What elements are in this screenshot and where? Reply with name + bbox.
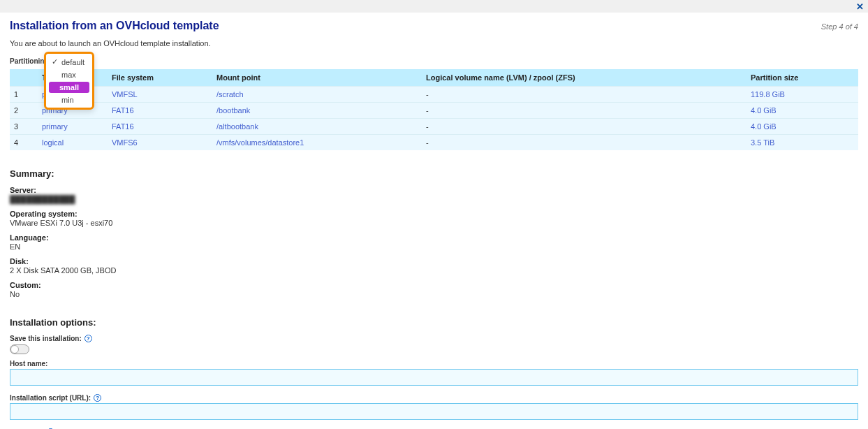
save-installation-label: Save this installation:	[10, 335, 82, 342]
table-header-row: Type File system Mount point Logical vol…	[10, 69, 858, 87]
cell-mount: /altbootbank	[212, 119, 422, 135]
cell-type: logical	[38, 135, 108, 151]
cell-fs: VMFSL	[108, 87, 212, 103]
lang-label: Language:	[10, 233, 858, 242]
step-indicator: Step 4 of 4	[821, 22, 858, 31]
cell-fs: VMFS6	[108, 135, 212, 151]
cell-mount: /bootbank	[212, 103, 422, 119]
custom-value: No	[10, 290, 20, 298]
custom-label: Custom:	[10, 281, 858, 289]
cell-lvm: -	[422, 103, 746, 119]
cell-idx: 2	[10, 103, 38, 119]
page-title: Installation from an OVHcloud template	[10, 20, 219, 32]
scheme-option-label: min	[61, 96, 74, 104]
col-lvm: Logical volume name (LVM) / zpool (ZFS)	[422, 69, 746, 87]
save-installation-toggle[interactable]	[10, 344, 29, 354]
help-icon[interactable]: ?	[84, 335, 92, 342]
server-label: Server:	[10, 186, 858, 194]
check-icon: ✓	[52, 57, 61, 66]
cell-size: 3.5 TiB	[746, 135, 858, 151]
intro-text: You are about to launch an OVHcloud temp…	[10, 39, 858, 48]
cell-type: primary	[38, 119, 108, 135]
partitioning-scheme-dropdown[interactable]: ✓ default max small min	[44, 52, 94, 110]
cell-lvm: -	[422, 119, 746, 135]
col-fs: File system	[108, 69, 212, 87]
table-row: 4 logical VMFS6 /vmfs/volumes/datastore1…	[10, 135, 858, 151]
scheme-option-default[interactable]: ✓ default	[46, 55, 92, 68]
table-row: 3 primary FAT16 /altbootbank - 4.0 GiB	[10, 119, 858, 135]
table-row: 2 primary FAT16 /bootbank - 4.0 GiB	[10, 103, 858, 119]
cell-size: 4.0 GiB	[746, 103, 858, 119]
close-icon[interactable]: ✕	[856, 1, 864, 12]
install-options-heading: Installation options:	[10, 317, 858, 328]
top-bar: ✕	[0, 0, 868, 13]
scheme-option-label: max	[61, 71, 76, 79]
cell-size: 119.8 GiB	[746, 87, 858, 103]
partitions-table: Type File system Mount point Logical vol…	[10, 69, 858, 150]
os-value: VMware ESXi 7.0 U3j - esxi70	[10, 219, 112, 227]
server-value: ████████████	[10, 195, 75, 203]
script-url-input[interactable]	[10, 403, 858, 420]
lang-value: EN	[10, 242, 20, 251]
scheme-option-max[interactable]: max	[46, 68, 92, 81]
disk-label: Disk:	[10, 257, 858, 266]
disk-value: 2 X Disk SATA 2000 GB, JBOD	[10, 266, 116, 275]
scheme-option-label: small	[59, 83, 79, 92]
col-size: Partition size	[746, 69, 858, 87]
cell-idx: 4	[10, 135, 38, 151]
summary-heading: Summary:	[10, 168, 858, 179]
cell-size: 4.0 GiB	[746, 119, 858, 135]
scheme-option-small[interactable]: small	[49, 82, 89, 93]
cell-mount: /scratch	[212, 87, 422, 103]
cell-lvm: -	[422, 87, 746, 103]
os-label: Operating system:	[10, 210, 858, 218]
cell-fs: FAT16	[108, 103, 212, 119]
partitioning-scheme-label: Partitioning scheme:	[10, 57, 858, 65]
col-mount: Mount point	[212, 69, 422, 87]
cell-mount: /vmfs/volumes/datastore1	[212, 135, 422, 151]
cell-idx: 1	[10, 87, 38, 103]
toggle-knob	[10, 345, 19, 354]
hostname-label: Host name:	[10, 360, 47, 368]
script-label: Installation script (URL):	[10, 394, 91, 402]
scheme-option-label: default	[61, 58, 84, 66]
cell-idx: 3	[10, 119, 38, 135]
help-icon[interactable]: ?	[94, 394, 101, 402]
cell-fs: FAT16	[108, 119, 212, 135]
hostname-input[interactable]	[10, 369, 858, 386]
cell-lvm: -	[422, 135, 746, 151]
table-row: 1 primary VMFSL /scratch - 119.8 GiB	[10, 87, 858, 103]
scheme-option-min[interactable]: min	[46, 94, 92, 106]
